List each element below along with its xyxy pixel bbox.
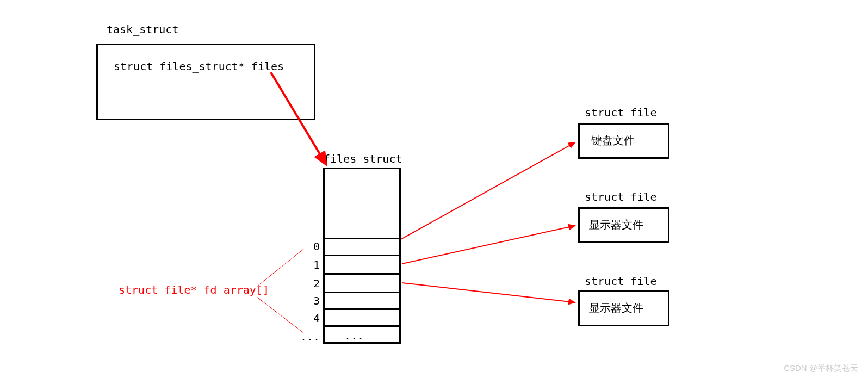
idx-4: 4 <box>303 312 320 325</box>
task-struct-title: task_struct <box>107 23 178 36</box>
arrow-fd1-to-file1 <box>402 226 575 264</box>
fs-cell-4 <box>323 308 401 327</box>
fd-array-label: struct file* fd_array[] <box>119 283 269 296</box>
idx-ellipsis: ... <box>294 330 320 343</box>
file2-title: struct file <box>585 275 656 288</box>
arrow-fd2-to-file2 <box>402 283 575 302</box>
fs-cell-3 <box>323 292 401 310</box>
file2-name: 显示器文件 <box>589 301 643 315</box>
file1-name: 显示器文件 <box>589 218 643 232</box>
task-struct-field: struct files_struct* files <box>114 60 284 73</box>
arrow-fd0-to-file0 <box>401 142 575 239</box>
fs-cell-1 <box>323 255 401 275</box>
fs-cell-2 <box>323 273 401 293</box>
fs-cell-0 <box>323 238 401 256</box>
file0-title: struct file <box>585 106 656 119</box>
files-struct-title: files_struct <box>324 152 402 165</box>
label-connector-bottom <box>257 297 303 333</box>
file0-name: 键盘文件 <box>591 133 635 148</box>
fs-cell-ellipsis-text: ... <box>344 329 364 342</box>
label-connector-top <box>257 249 303 287</box>
idx-1: 1 <box>303 258 320 271</box>
idx-3: 3 <box>303 294 320 307</box>
idx-2: 2 <box>303 277 320 290</box>
file1-title: struct file <box>585 190 656 203</box>
fs-cell-top <box>323 168 401 239</box>
task-struct-box <box>96 44 315 120</box>
watermark: CSDN @举杯笑苍天 <box>784 363 858 374</box>
idx-0: 0 <box>303 240 320 253</box>
